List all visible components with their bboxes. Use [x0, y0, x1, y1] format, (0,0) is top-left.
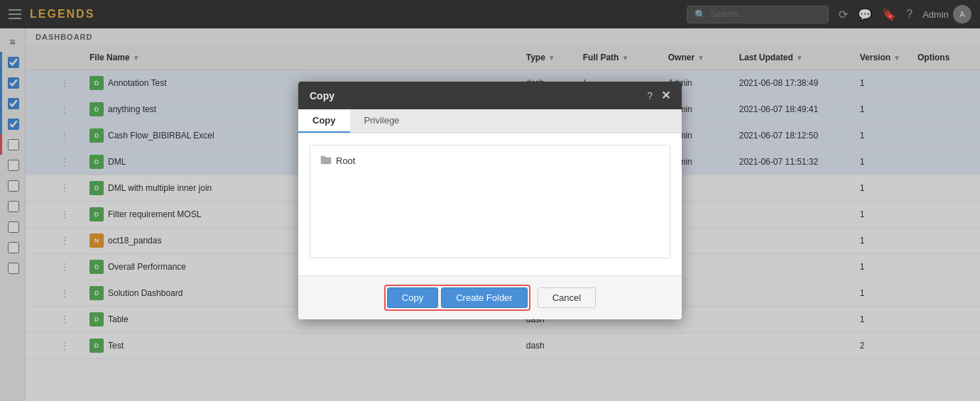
tab-privilege[interactable]: Privilege: [350, 109, 414, 133]
modal-tabs: Copy Privilege: [298, 109, 682, 133]
modal-header: Copy ? ✕: [298, 82, 682, 109]
btn-group-highlighted: Copy Create Folder: [384, 285, 530, 311]
cancel-button[interactable]: Cancel: [538, 287, 596, 308]
folder-item-root[interactable]: Root: [316, 151, 664, 170]
create-folder-button[interactable]: Create Folder: [441, 287, 527, 308]
modal-header-actions: ? ✕: [647, 89, 670, 102]
folder-tree: Root: [310, 145, 670, 258]
modal-body: Root: [298, 133, 682, 275]
copy-modal: Copy ? ✕ Copy Privilege Root: [298, 82, 682, 319]
modal-title: Copy: [310, 90, 334, 101]
modal-overlay: Copy ? ✕ Copy Privilege Root: [0, 0, 980, 401]
copy-button[interactable]: Copy: [387, 287, 438, 308]
modal-close-icon[interactable]: ✕: [661, 89, 670, 102]
folder-icon: [320, 154, 332, 167]
tab-copy[interactable]: Copy: [298, 109, 350, 133]
modal-help-icon[interactable]: ?: [647, 90, 653, 101]
folder-label-root: Root: [336, 155, 355, 166]
modal-footer: Copy Create Folder Cancel: [298, 275, 682, 319]
